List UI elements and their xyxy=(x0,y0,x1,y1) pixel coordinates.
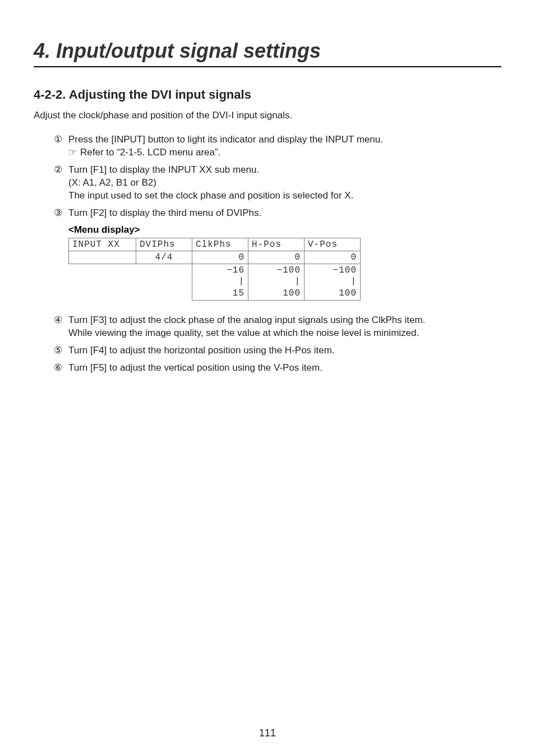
step-number: ⑥ xyxy=(54,362,62,375)
menu-header-dviphs: DVIPhs xyxy=(136,238,192,251)
step-number: ④ xyxy=(54,314,62,327)
step-number: ③ xyxy=(54,207,62,220)
step-6: ⑥ Turn [F5] to adjust the vertical posit… xyxy=(54,362,501,375)
step-text: Turn [F5] to adjust the vertical positio… xyxy=(68,362,322,373)
step-subtext: (X: A1, A2, B1 or B2) xyxy=(68,177,501,190)
step-subtext: The input used to set the clock phase an… xyxy=(68,190,501,202)
step-number: ① xyxy=(54,133,62,146)
step-text: Press the [INPUT] button to light its in… xyxy=(68,134,383,145)
menu-value-vpos: 0 xyxy=(305,251,361,264)
menu-value-dviphs: 4/4 xyxy=(136,251,192,264)
step-number: ② xyxy=(54,164,62,177)
step-2: ② Turn [F1] to display the INPUT XX sub … xyxy=(54,164,501,202)
step-text: Turn [F3] to adjust the clock phase of t… xyxy=(68,315,425,325)
menu-header-vpos: V-Pos xyxy=(305,238,361,251)
menu-display-label: <Menu display> xyxy=(34,224,501,236)
step-4: ④ Turn [F3] to adjust the clock phase of… xyxy=(54,314,501,340)
step-number: ⑤ xyxy=(54,344,62,357)
intro-text: Adjust the clock/phase and position of t… xyxy=(34,110,501,121)
menu-range-vpos: −100 | 100 xyxy=(305,264,361,300)
step-5: ⑤ Turn [F4] to adjust the horizontal pos… xyxy=(54,344,501,357)
menu-value-input xyxy=(69,251,136,264)
steps-list-2: ④ Turn [F3] to adjust the clock phase of… xyxy=(34,314,501,375)
page: 4. Input/output signal settings 4-2-2. A… xyxy=(0,0,535,756)
step-text: Turn [F1] to display the INPUT XX sub me… xyxy=(68,164,259,175)
step-3: ③ Turn [F2] to display the third menu of… xyxy=(54,207,501,220)
menu-value-clkphs: 0 xyxy=(192,251,248,264)
menu-range-clkphs: −16 | 15 xyxy=(192,264,248,300)
menu-header-hpos: H-Pos xyxy=(248,238,305,251)
menu-range-hpos: −100 | 100 xyxy=(248,264,305,300)
step-text: Turn [F4] to adjust the horizontal posit… xyxy=(68,345,335,356)
section-title: 4-2-2. Adjusting the DVI input signals xyxy=(34,87,501,102)
menu-display-table: INPUT XX DVIPhs ClkPhs H-Pos V-Pos 4/4 0… xyxy=(34,238,501,301)
chapter-title: 4. Input/output signal settings xyxy=(34,39,501,67)
step-ref: ☞Refer to “2-1-5. LCD menu area”. xyxy=(68,146,501,159)
step-1: ① Press the [INPUT] button to light its … xyxy=(54,133,501,159)
menu-header-clkphs: ClkPhs xyxy=(192,238,248,251)
page-number: 111 xyxy=(0,727,535,739)
step-ref-text: Refer to “2-1-5. LCD menu area”. xyxy=(80,147,220,158)
hand-pointer-icon: ☞ xyxy=(68,146,77,159)
steps-list: ① Press the [INPUT] button to light its … xyxy=(34,133,501,220)
step-subtext: While viewing the image quality, set the… xyxy=(68,327,501,340)
menu-value-hpos: 0 xyxy=(248,251,305,264)
step-text: Turn [F2] to display the third menu of D… xyxy=(68,208,261,218)
menu-header-input: INPUT XX xyxy=(69,238,136,251)
